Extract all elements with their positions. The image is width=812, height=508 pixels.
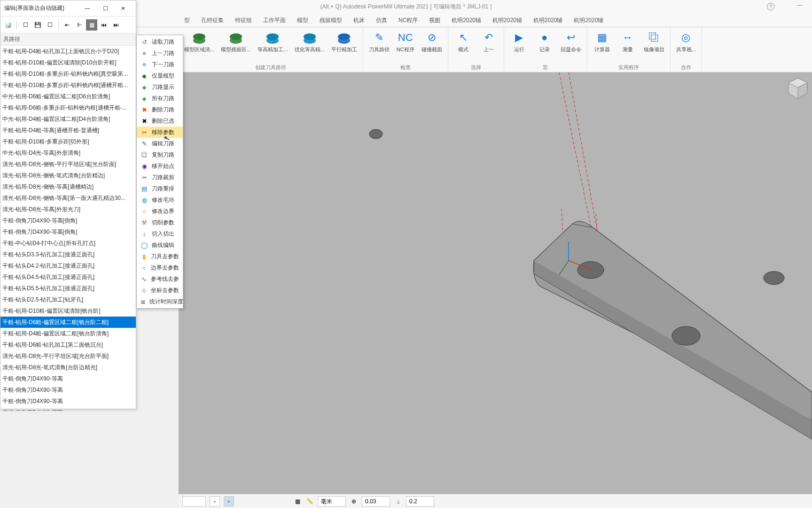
menu-item-20[interactable]: ○边界去参数 bbox=[137, 262, 183, 273]
ribbon-btn[interactable]: ●记录 bbox=[533, 29, 556, 54]
ribbon-tab-7[interactable]: 仿真 bbox=[370, 14, 393, 27]
menu-item-21[interactable]: ∿参考线去参 bbox=[137, 273, 183, 285]
tb-btn-3[interactable]: 💾 bbox=[32, 19, 43, 31]
tb-btn-6[interactable]: ⊩ bbox=[74, 19, 85, 31]
ribbon-tab-9[interactable]: 视图 bbox=[423, 14, 446, 27]
unit-box[interactable]: 毫米 bbox=[318, 496, 346, 507]
tb-btn-9[interactable]: ⏭ bbox=[110, 19, 122, 31]
ribbon-btn[interactable]: ⿻镜像项目 bbox=[642, 29, 666, 54]
ribbon-btn[interactable]: 优化等高精... bbox=[293, 29, 327, 54]
list-item[interactable]: 干粗-铝用-D4粗-等高[通槽开粗-普通槽] bbox=[0, 125, 136, 136]
panel-minimize[interactable]: — bbox=[78, 2, 96, 15]
tb-btn-7[interactable]: ▦ bbox=[86, 19, 97, 31]
list-item[interactable]: 清光-铝用-D8光-平行平坦区域[光台阶平面] bbox=[0, 350, 136, 362]
list-item[interactable]: 清光-铝用-D8光-等高[外形光刀] bbox=[0, 204, 136, 215]
ribbon-tab-2[interactable]: 特征组 bbox=[229, 14, 258, 27]
ribbon-btn[interactable]: ↖模式 bbox=[452, 29, 475, 54]
list-item[interactable]: 干粗-铝用-D10粗-偏置区域清除[铣台阶] bbox=[0, 305, 136, 317]
ribbon-tab-4[interactable]: 模型 bbox=[291, 14, 314, 27]
list-item[interactable]: 干粗-钻头D4.5-钻孔加工[接通正面孔] bbox=[0, 271, 136, 283]
step-icon[interactable]: ⟂ bbox=[394, 497, 402, 506]
target-icon[interactable]: ⊕ bbox=[350, 497, 358, 506]
list-item[interactable]: 干粗-铝用-D6粗-钻孔加工[第二面铣沉台] bbox=[0, 339, 136, 350]
list-item[interactable]: 中光-铝用-D6粗-偏置区域二粗[D6台阶清角] bbox=[0, 91, 136, 102]
status-box-1[interactable] bbox=[182, 496, 206, 507]
tb-btn-5[interactable]: ⇤ bbox=[62, 19, 73, 31]
menu-item-22[interactable]: ⊹坐标去参数 bbox=[137, 285, 183, 296]
list-item[interactable]: 干粗-铝用-D4粗-钻孔加工[上面铣沉台小于D20] bbox=[0, 46, 136, 57]
status-btn-2[interactable]: ▫ bbox=[224, 496, 234, 507]
list-item[interactable]: 干粗-钻头D3.3-钻孔加工[接通正面孔] bbox=[0, 249, 136, 260]
menu-item-8[interactable]: ✂移除参数 bbox=[137, 127, 183, 138]
ribbon-tab-5[interactable]: 残留模型 bbox=[314, 14, 348, 27]
list-item[interactable]: 干粗-倒角刀D4X90-等高 bbox=[0, 407, 136, 411]
ribbon-btn[interactable]: 模型区域清... bbox=[182, 29, 216, 54]
list-item[interactable]: 干粗-倒角刀D4X90-等高 bbox=[0, 373, 136, 384]
ribbon-btn[interactable]: ↔测量 bbox=[617, 29, 639, 54]
ribbon-btn[interactable]: 模型残留区... bbox=[219, 29, 253, 54]
ribbon-btn[interactable]: 平行精加工 bbox=[329, 29, 359, 54]
ribbon-tab-12[interactable]: 机明2020辅 bbox=[528, 14, 569, 27]
help-icon[interactable]: ? bbox=[767, 3, 774, 10]
menu-item-17[interactable]: ↕切入切出 bbox=[137, 228, 183, 239]
list-item[interactable]: 干粗-钻头D4.2-钻孔加工[接通正面孔] bbox=[0, 260, 136, 271]
ribbon-btn[interactable]: NCNC程序 bbox=[394, 29, 417, 54]
menu-item-0[interactable]: ↺读取刀路 bbox=[137, 36, 183, 48]
ribbon-btn[interactable]: ↩回显命令 bbox=[559, 29, 583, 54]
toolpath-list[interactable]: 干粗-铝用-D4粗-钻孔加工[上面铣沉台小于D20]干粗-铝用-D10粗-偏置区… bbox=[0, 46, 136, 411]
tb-btn-2[interactable]: ☐ bbox=[20, 19, 31, 31]
ribbon-tab-0[interactable]: 型 bbox=[179, 14, 195, 27]
ribbon-tab-1[interactable]: 孔特征集 bbox=[195, 14, 229, 27]
menu-item-16[interactable]: ⚒切削参数 bbox=[137, 217, 183, 228]
ribbon-btn[interactable]: ⊘碰撞截面 bbox=[420, 29, 444, 54]
list-item[interactable]: 干粗-倒角刀D4X90-等高[倒角] bbox=[0, 226, 136, 238]
menu-item-7[interactable]: ✖删除已选 bbox=[137, 115, 183, 127]
list-item[interactable]: 干粗-铝用-D10粗-多重步距-铝料铣内框[通槽开粗... bbox=[0, 79, 136, 91]
ribbon-btn[interactable]: ▶运行 bbox=[508, 29, 531, 54]
list-item[interactable]: 干粗-铝用-D10粗-偏置区域清除[D10台阶开粗] bbox=[0, 57, 136, 68]
ribbon-tab-6[interactable]: 机床 bbox=[348, 14, 370, 27]
menu-item-14[interactable]: ◍修改毛坯 bbox=[137, 194, 183, 206]
status-btn-1[interactable]: ▫ bbox=[210, 496, 220, 507]
menu-item-23[interactable]: ≣统计时间深度 bbox=[137, 296, 183, 307]
menu-item-12[interactable]: ✂刀路裁剪 bbox=[137, 172, 183, 183]
tb-btn-4[interactable]: ☐ bbox=[44, 19, 55, 31]
list-item[interactable]: 干粗-倒角刀D4X90-等高 bbox=[0, 396, 136, 407]
ribbon-btn[interactable]: ▦计算器 bbox=[591, 29, 614, 54]
menu-item-3[interactable]: ◆仅显模型 bbox=[137, 70, 183, 81]
list-item[interactable]: 清光-铝用-D8光-笔式清角[台阶边精光] bbox=[0, 362, 136, 373]
ribbon-btn[interactable]: 等高精加工... bbox=[256, 29, 289, 54]
menu-item-9[interactable]: ✎编辑刀路 bbox=[137, 138, 183, 149]
list-item[interactable]: 清光-铝用-D8光-侧铣-平行平坦区域[光台阶面] bbox=[0, 159, 136, 170]
list-item[interactable]: 清光-铝用-D8光-侧铣-笔式清角[台阶精边] bbox=[0, 170, 136, 181]
list-item[interactable]: 清光-铝用-D8光-侧铣-等高[第一面大通孔精边30... bbox=[0, 192, 136, 204]
tb-btn-8[interactable]: ⏮ bbox=[98, 19, 109, 31]
list-item[interactable]: 干粗-钻头D5.5-钻孔加工[接通正面孔] bbox=[0, 283, 136, 294]
list-item[interactable]: 干粗-钻头D2.5-钻孔加工[钻牙孔] bbox=[0, 294, 136, 305]
list-item[interactable]: 干粗-铝用-D6粗-多重步距-铝料铣内框[通槽开粗-... bbox=[0, 102, 136, 113]
list-item[interactable]: 干粗-倒角刀D4X90-等高 bbox=[0, 384, 136, 396]
menu-item-18[interactable]: ◯曲线编辑 bbox=[137, 239, 183, 251]
ribbon-tab-8[interactable]: NC程序 bbox=[393, 14, 423, 27]
panel-close[interactable]: ✕ bbox=[114, 2, 132, 15]
tolerance-box[interactable]: 0.03 bbox=[362, 496, 390, 507]
grid-icon[interactable]: ▦ bbox=[293, 497, 302, 506]
list-item[interactable]: 中光-铝用-D4粗-偏置区域二粗[D4台阶清角] bbox=[0, 113, 136, 125]
step-box[interactable]: 0.2 bbox=[406, 496, 434, 507]
ribbon-btn[interactable]: ↶上一 bbox=[477, 29, 500, 54]
list-item[interactable]: 清光-铝用-D8光-侧铣-等高[通槽精边] bbox=[0, 181, 136, 192]
menu-item-13[interactable]: ▤刀路重排 bbox=[137, 183, 183, 194]
menu-item-6[interactable]: ✖删除刀路 bbox=[137, 104, 183, 115]
minimize-icon[interactable] bbox=[797, 5, 803, 6]
menu-item-4[interactable]: ◈刀路显示 bbox=[137, 81, 183, 93]
list-item[interactable]: 干粗-铝用-D10粗-多重步距-铝料铣内框[真空吸第... bbox=[0, 68, 136, 79]
ribbon-tab-13[interactable]: 机明2020辅 bbox=[568, 14, 609, 27]
list-item[interactable]: 干粗-倒角刀D4X90-等高[倒角] bbox=[0, 215, 136, 226]
ribbon-btn[interactable]: ✎刀具路径 bbox=[367, 29, 391, 54]
menu-item-1[interactable]: ≡上一刀路 bbox=[137, 48, 183, 59]
list-item[interactable]: 干粗-铝用-D10粗-多重步距[切外形] bbox=[0, 136, 136, 147]
ribbon-tab-10[interactable]: 机明2020辅 bbox=[446, 14, 487, 27]
list-item[interactable]: 干粗-中心钻D4-打中心点[所有孔打点] bbox=[0, 238, 136, 249]
viewcube[interactable] bbox=[785, 75, 811, 102]
menu-item-11[interactable]: ◉移开始点 bbox=[137, 160, 183, 172]
